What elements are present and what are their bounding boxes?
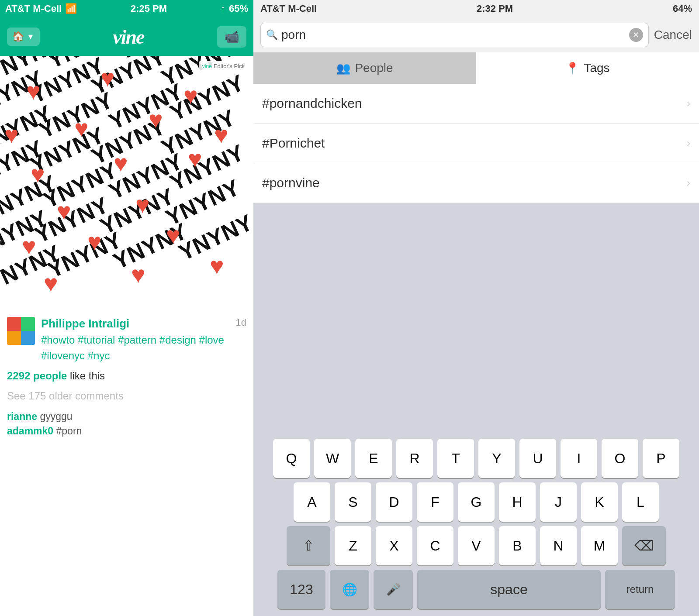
left-panel: AT&T M-Cell 📶 2:25 PM ↑ 65% 🏠 ▼ vine 📹 Y…: [0, 0, 253, 616]
key-u[interactable]: U: [519, 439, 556, 478]
space-key[interactable]: space: [417, 570, 601, 609]
home-icon: 🏠: [12, 31, 24, 42]
wifi-icon-left: 📶: [65, 3, 77, 14]
author-name[interactable]: Philippe Intraligi: [41, 317, 129, 330]
camera-icon: 📹: [224, 30, 239, 44]
vine-header: 🏠 ▼ vine 📹: [0, 17, 253, 56]
key-i[interactable]: I: [561, 439, 597, 478]
key-t[interactable]: T: [437, 439, 474, 478]
comment-author-2[interactable]: adammk0: [7, 425, 53, 437]
avatar: [7, 317, 35, 345]
search-input[interactable]: porn: [281, 28, 629, 42]
key-o[interactable]: O: [602, 439, 638, 478]
home-button[interactable]: 🏠 ▼: [7, 28, 40, 46]
chevron-right-icon-2: ›: [687, 137, 690, 149]
svg-text:♥: ♥: [114, 150, 128, 177]
key-j[interactable]: J: [540, 482, 577, 522]
tag-result-item[interactable]: #pornvine ›: [253, 163, 699, 203]
vine-logo: vine: [113, 25, 144, 48]
tag-result-item[interactable]: #Pornichet ›: [253, 124, 699, 163]
time-left: 2:25 PM: [131, 3, 167, 14]
comment-author-1[interactable]: rianne: [7, 411, 37, 422]
svg-text:♥: ♥: [4, 121, 19, 148]
status-bar-left: AT&T M-Cell 📶 2:25 PM ↑ 65%: [0, 0, 253, 17]
tab-tags[interactable]: 📍 Tags: [476, 52, 699, 84]
post-time: 1d: [236, 317, 246, 328]
svg-text:♥: ♥: [100, 65, 115, 92]
key-s[interactable]: S: [335, 482, 371, 522]
comment-row: adammk0 #porn: [7, 425, 246, 437]
search-clear-button[interactable]: ✕: [629, 28, 643, 42]
svg-text:♥: ♥: [31, 161, 45, 188]
location-icon-left: ↑: [221, 3, 225, 14]
camera-button[interactable]: 📹: [217, 26, 246, 48]
editors-pick-text: Editor's Pick: [214, 63, 245, 69]
keyboard-row-1: Q W E R T Y U I O P: [257, 439, 696, 478]
svg-text:♥: ♥: [166, 222, 180, 249]
key-v[interactable]: V: [458, 526, 495, 565]
key-x[interactable]: X: [376, 526, 412, 565]
key-a[interactable]: A: [294, 482, 330, 522]
tag-result-text-2: #Pornichet: [262, 136, 325, 151]
tag-result-text-1: #pornandchicken: [262, 96, 362, 111]
tab-people[interactable]: 👥 People: [253, 52, 476, 84]
svg-text:♥: ♥: [22, 233, 36, 260]
key-m[interactable]: M: [581, 526, 618, 565]
editors-pick-badge: vine Editor's Pick: [199, 61, 248, 71]
delete-key[interactable]: ⌫: [622, 526, 666, 565]
mic-key[interactable]: 🎤: [374, 570, 413, 609]
svg-text:♥: ♥: [214, 121, 228, 148]
numbers-key[interactable]: 123: [277, 570, 325, 609]
key-y[interactable]: Y: [478, 439, 515, 478]
key-f[interactable]: F: [417, 482, 453, 522]
key-c[interactable]: C: [417, 526, 453, 565]
see-older-comments[interactable]: See 175 older comments: [7, 390, 246, 402]
key-g[interactable]: G: [458, 482, 495, 522]
key-r[interactable]: R: [396, 439, 433, 478]
post-tags[interactable]: #howto #tutorial #pattern #design #love …: [41, 332, 246, 364]
carrier-right: AT&T M-Cell: [260, 3, 317, 14]
time-right: 2:32 PM: [477, 3, 513, 14]
keyboard-area: Q W E R T Y U I O P A S D F G H J K L ⇧ …: [253, 203, 699, 616]
key-z[interactable]: Z: [335, 526, 371, 565]
key-h[interactable]: H: [499, 482, 536, 522]
tag-result-text-3: #pornvine: [262, 176, 320, 190]
likes-word[interactable]: people: [33, 370, 67, 382]
shift-key[interactable]: ⇧: [287, 526, 330, 565]
return-key[interactable]: return: [605, 570, 675, 609]
svg-text:♥: ♥: [188, 145, 202, 172]
tags-icon: 📍: [565, 62, 579, 75]
svg-text:♥: ♥: [210, 252, 224, 279]
post-likes: 2292 people like this: [7, 370, 246, 382]
status-bar-right: AT&T M-Cell 2:32 PM 64%: [253, 0, 699, 17]
likes-count: 2292: [7, 370, 30, 382]
key-q[interactable]: Q: [273, 439, 310, 478]
cancel-button[interactable]: Cancel: [654, 28, 692, 42]
svg-text:♥: ♥: [44, 270, 58, 297]
post-author-row: Philippe Intraligi 1d #howto #tutorial #…: [7, 317, 246, 364]
tag-result-item[interactable]: #pornandchicken ›: [253, 84, 699, 124]
key-k[interactable]: K: [581, 482, 618, 522]
keyboard-row-2: A S D F G H J K L: [257, 482, 696, 522]
tag-results: #pornandchicken › #Pornichet › #pornvine…: [253, 84, 699, 203]
people-icon: 👥: [336, 62, 350, 75]
key-e[interactable]: E: [355, 439, 392, 478]
search-input-wrapper[interactable]: 🔍 porn ✕: [260, 23, 649, 47]
comment-text-1: gyyggu: [40, 411, 72, 422]
svg-text:♥: ♥: [131, 261, 145, 288]
post-image[interactable]: YNYNY YNYNY YNYNY YNYNY YNYNY YNYNY YNYN…: [0, 56, 253, 309]
key-d[interactable]: D: [376, 482, 412, 522]
key-w[interactable]: W: [314, 439, 351, 478]
comment-text-2: #porn: [56, 425, 82, 437]
post-meta: Philippe Intraligi 1d #howto #tutorial #…: [0, 309, 253, 616]
emoji-key[interactable]: 🌐: [330, 570, 369, 609]
key-n[interactable]: N: [540, 526, 577, 565]
key-b[interactable]: B: [499, 526, 536, 565]
key-p[interactable]: P: [643, 439, 679, 478]
pattern-background: YNYNY YNYNY YNYNY YNYNY YNYNY YNYNY YNYN…: [0, 56, 253, 309]
comments-section: rianne gyyggu adammk0 #porn: [7, 411, 246, 437]
carrier-left: AT&T M-Cell: [5, 3, 62, 14]
key-l[interactable]: L: [622, 482, 659, 522]
clear-icon: ✕: [633, 30, 639, 40]
keyboard-row-4: 123 🌐 🎤 space return: [257, 570, 696, 609]
